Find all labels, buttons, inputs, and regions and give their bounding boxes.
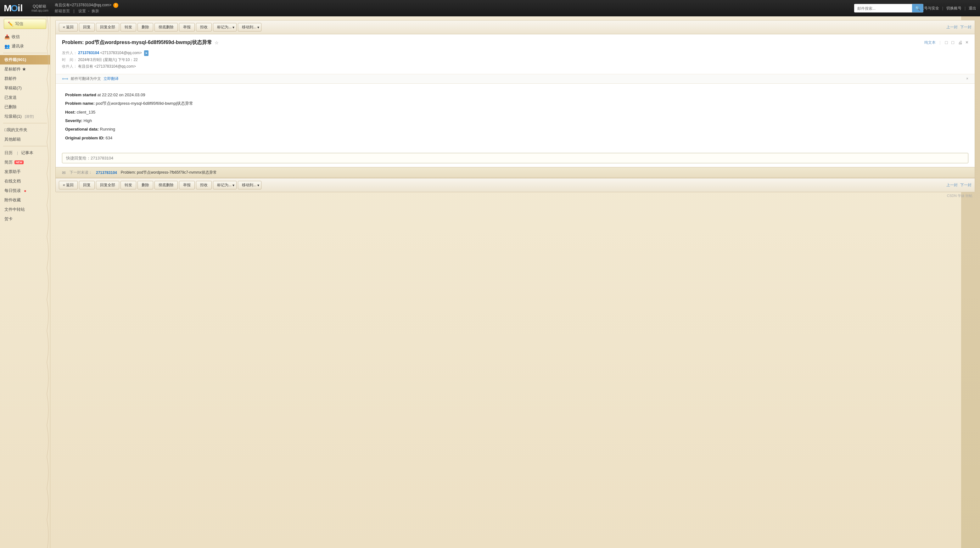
back-button[interactable]: « 返回 <box>59 23 78 32</box>
reply-button-bottom[interactable]: 回复 <box>79 181 95 189</box>
close-email-button[interactable]: × <box>966 40 968 45</box>
action-icon-1[interactable]: □ <box>945 39 948 46</box>
sidebar-item-attachments[interactable]: 附件收藏 <box>0 195 50 205</box>
sidebar-label-other-mailbox: 其他邮箱 <box>5 137 21 142</box>
mark-button[interactable]: 标记为... ▾ <box>213 23 237 32</box>
next-email-from[interactable]: 2713783104 <box>96 170 117 175</box>
star-icon[interactable]: ☆ <box>215 40 219 45</box>
toolbar-nav: 上一封 下一封 <box>947 25 972 30</box>
sidebar-label-docs: 在线文档 <box>5 178 21 184</box>
prev-email-link[interactable]: 上一封 <box>947 25 958 30</box>
report-button-bottom[interactable]: 举报 <box>179 181 195 189</box>
logout-link[interactable]: 退出 <box>969 6 976 11</box>
mark-button-bottom[interactable]: 标记为... ▾ <box>213 181 237 189</box>
reply-all-button[interactable]: 回复全部 <box>96 23 119 32</box>
sidebar-item-docs[interactable]: 在线文档 <box>0 176 50 186</box>
sidebar-item-starred[interactable]: 星标邮件 ★ <box>0 65 50 74</box>
host-label: Host: <box>65 110 75 114</box>
delete-button-bottom[interactable]: 删除 <box>137 181 153 189</box>
prev-email-link-bottom[interactable]: 上一封 <box>947 183 958 188</box>
addr-book-icon[interactable]: ➤ <box>144 50 148 56</box>
reply-all-button-bottom[interactable]: 回复全部 <box>96 181 119 189</box>
sidebar-label-deleted: 已删除 <box>5 104 17 110</box>
mark-arrow-icon-bottom: ▾ <box>232 183 234 187</box>
operational-data-line: Operational data: Running <box>65 125 965 133</box>
nav-switch[interactable]: 换肤 <box>92 9 99 13</box>
problem-name-value: pod节点wordpress-mysql-6d8f95f69d-bwmpj状态异… <box>96 101 193 106</box>
page-footer: CSDN 学妹 转帖 <box>56 192 975 199</box>
sidebar: ✏️ 写信 📥 收信 👥 通讯录 收件箱(901) 星标邮件 ★ 群邮件 草稿箱… <box>0 16 50 548</box>
sidebar-divider-3 <box>3 146 47 146</box>
search-button[interactable]: 🔍 <box>912 4 923 13</box>
report-button[interactable]: 举报 <box>179 23 195 32</box>
severity-line: Severity: High <box>65 117 965 124</box>
toolbar-nav-bottom: 上一封 下一封 <box>947 183 972 188</box>
from-row: 发件人： 2713783104 <2713783104@qq.com> ➤ <box>62 50 968 57</box>
sidebar-item-invoice[interactable]: 发票助手 <box>0 167 50 176</box>
subject-text: Problem: pod节点wordpress-mysql-6d8f95f69d… <box>62 39 212 46</box>
to-label: 收件人： <box>62 64 77 68</box>
sidebar-label-sent: 已发送 <box>5 95 17 100</box>
next-email-subject[interactable]: Problem: pod节点wordpress-7fb65f79c7-nvmmx… <box>121 170 217 175</box>
sidebar-label-trash: 垃圾箱(1) <box>5 114 22 119</box>
move-button[interactable]: 移动到... ▾ <box>238 23 261 32</box>
sidebar-item-trash[interactable]: 垃圾箱(1) [清空] <box>0 112 50 121</box>
move-button-bottom[interactable]: 移动到... ▾ <box>238 181 261 189</box>
sidebar-item-drafts[interactable]: 草稿箱(7) <box>0 83 50 93</box>
delete-button[interactable]: 删除 <box>137 23 153 32</box>
sidebar-item-my-folders[interactable]: □我的文件夹 <box>0 125 50 135</box>
print-icon[interactable]: 🖨 <box>957 39 963 46</box>
inbox-icon: 📥 <box>5 34 10 39</box>
sidebar-item-inbox[interactable]: 📥 收信 <box>0 32 50 41</box>
brand-info: QQ邮箱 mail.qq.com <box>32 4 48 12</box>
forward-button-bottom[interactable]: 转发 <box>121 181 136 189</box>
logo-img: M O il <box>4 3 29 14</box>
search-input[interactable] <box>854 4 912 12</box>
close-translate-button[interactable]: × <box>966 76 968 81</box>
sidebar-item-calendar[interactable]: 日历 ｜ 记事本 <box>0 148 50 157</box>
delete-perm-button-bottom[interactable]: 彻底删除 <box>154 181 178 189</box>
time-row: 时 间： 2024年3月9日 (星期六) 下午10：22 <box>62 57 968 64</box>
sidebar-item-inbox-folder[interactable]: 收件箱(901) <box>0 55 50 65</box>
quick-reply <box>62 153 968 163</box>
sidebar-item-file-transfer[interactable]: 文件中转站 <box>0 205 50 214</box>
to-value: 有且仅有 <2713783104@qq.com> <box>78 64 136 68</box>
sidebar-label-notes[interactable]: 记事本 <box>21 150 33 156</box>
header: M O il QQ邮箱 mail.qq.com 有且仅有<2713783104@… <box>0 0 980 16</box>
sidebar-item-deleted[interactable]: 已删除 <box>0 102 50 112</box>
brand-name: QQ邮箱 <box>33 4 48 8</box>
switch-account-link[interactable]: 切换账号 <box>947 6 961 11</box>
forward-button[interactable]: 转发 <box>121 23 136 32</box>
sidebar-label-resume: 简历 <box>5 159 13 165</box>
delete-perm-button[interactable]: 彻底删除 <box>154 23 178 32</box>
sidebar-label-inbox-folder: 收件箱(901) <box>5 57 26 63</box>
next-email-link[interactable]: 下一封 <box>960 25 972 30</box>
next-email-link-bottom[interactable]: 下一封 <box>960 183 972 188</box>
reject-button[interactable]: 拒收 <box>196 23 212 32</box>
sender-name[interactable]: 2713783104 <box>78 51 99 55</box>
reply-button[interactable]: 回复 <box>79 23 95 32</box>
host-line: Host: client_135 <box>65 108 965 116</box>
sidebar-divider-2 <box>3 123 47 123</box>
top-toolbar: « 返回 回复 回复全部 转发 删除 彻底删除 举报 拒收 标记为... ▾ 移… <box>56 21 975 34</box>
quick-reply-input[interactable] <box>62 153 968 163</box>
sidebar-item-sent[interactable]: 已发送 <box>0 93 50 102</box>
plain-text-link[interactable]: 纯文本 <box>924 40 935 45</box>
sidebar-item-daily-read[interactable]: 每日悦读 ● <box>0 186 50 195</box>
footer-text: CSDN 学妹 转帖 <box>947 194 972 197</box>
sidebar-item-other-mailbox[interactable]: 其他邮箱 <box>0 135 50 144</box>
sidebar-item-greeting[interactable]: 贺卡 <box>0 214 50 224</box>
email-subject: Problem: pod节点wordpress-mysql-6d8f95f69d… <box>62 39 924 46</box>
sidebar-item-contacts[interactable]: 👥 通讯录 <box>0 41 50 51</box>
sidebar-item-group[interactable]: 群邮件 <box>0 74 50 83</box>
back-button-bottom[interactable]: « 返回 <box>59 181 78 189</box>
nav-home[interactable]: 邮箱首页 <box>55 9 70 13</box>
nav-settings[interactable]: 设置 <box>78 9 86 13</box>
action-icon-2[interactable]: □ <box>951 39 955 46</box>
translate-link[interactable]: 立即翻译 <box>103 76 119 81</box>
sidebar-item-resume[interactable]: 简历 NEW <box>0 157 50 167</box>
problem-started-value: at 22:22:02 on 2024.03.09 <box>97 92 145 97</box>
trash-badge: [清空] <box>25 114 33 119</box>
compose-button[interactable]: ✏️ 写信 <box>4 19 46 29</box>
reject-button-bottom[interactable]: 拒收 <box>196 181 212 189</box>
